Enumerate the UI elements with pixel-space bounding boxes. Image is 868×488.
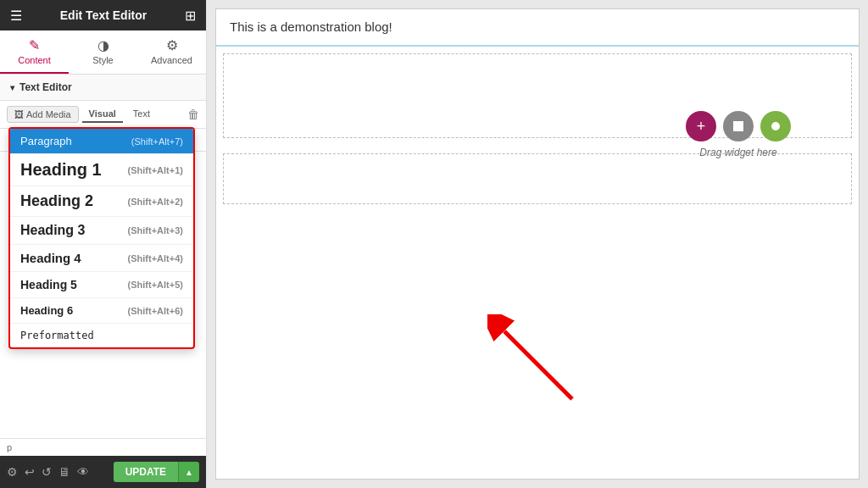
add-widget-icon[interactable]: + <box>686 111 716 141</box>
h4-shortcut: (Shift+Alt+4) <box>128 253 183 263</box>
advanced-icon: ⚙ <box>166 37 178 53</box>
h3-label: Heading 3 <box>20 223 85 238</box>
h5-shortcut: (Shift+Alt+5) <box>128 280 183 290</box>
tab-content[interactable]: ✎ Content <box>0 30 69 74</box>
responsive-icon[interactable]: 🖥 <box>58 465 70 479</box>
add-media-button[interactable]: 🖼 Add Media <box>7 106 79 123</box>
dropdown-item-h3[interactable]: Heading 3 (Shift+Alt+3) <box>10 217 193 245</box>
top-bar: ☰ Edit Text Editor ⊞ <box>0 0 206 30</box>
h6-shortcut: (Shift+Alt+6) <box>128 306 183 316</box>
undo-icon[interactable]: ↩ <box>25 465 35 479</box>
h2-label: Heading 2 <box>20 192 93 210</box>
dropdown-item-h2[interactable]: Heading 2 (Shift+Alt+2) <box>10 186 193 217</box>
redo-icon[interactable]: ↺ <box>42 465 52 479</box>
main-area: This is a demonstration blog! + Drag wid… <box>207 0 868 488</box>
section-widget-icon[interactable] <box>723 111 754 141</box>
svg-rect-0 <box>733 121 743 131</box>
content-icon: ✎ <box>29 37 40 53</box>
h1-label: Heading 1 <box>20 160 102 180</box>
bottom-toolbar: ⚙ ↩ ↺ 🖥 👁 UPDATE ▲ <box>0 456 206 488</box>
section-label: Text Editor <box>19 81 72 93</box>
add-media-icon: 🖼 <box>14 109 24 119</box>
drag-widget-area: + Drag widget here <box>686 111 791 158</box>
text-tab-button[interactable]: Text <box>126 106 157 123</box>
widget-icons-row: + <box>686 111 791 141</box>
h5-label: Heading 5 <box>20 278 77 291</box>
dashed-section-2 <box>223 153 852 204</box>
p-indicator: p <box>0 438 206 456</box>
paragraph-label: Paragraph <box>20 135 72 147</box>
dropdown-item-h5[interactable]: Heading 5 (Shift+Alt+5) <box>10 272 193 298</box>
widget-icon-green[interactable] <box>760 111 791 141</box>
red-arrow <box>487 314 589 411</box>
tabs-row: ✎ Content ◑ Style ⚙ Advanced <box>0 30 206 75</box>
h3-shortcut: (Shift+Alt+3) <box>128 225 183 236</box>
h4-label: Heading 4 <box>20 251 81 265</box>
h2-shortcut: (Shift+Alt+2) <box>128 197 183 207</box>
left-panel: ☰ Edit Text Editor ⊞ ✎ Content ◑ Style ⚙… <box>0 0 207 488</box>
h1-shortcut: (Shift+Alt+1) <box>128 165 183 175</box>
settings-icon[interactable]: ⚙ <box>7 465 18 479</box>
dropdown-item-pre[interactable]: Preformatted <box>10 324 193 347</box>
format-dropdown: Paragraph (Shift+Alt+7) Heading 1 (Shift… <box>8 127 195 349</box>
panel-title: Edit Text Editor <box>60 8 147 22</box>
tab-style[interactable]: ◑ Style <box>69 30 137 74</box>
style-icon: ◑ <box>97 37 109 53</box>
dropdown-item-paragraph[interactable]: Paragraph (Shift+Alt+7) <box>10 129 193 154</box>
pre-label: Preformatted <box>20 330 94 341</box>
update-caret-button[interactable]: ▲ <box>178 462 199 482</box>
editor-toolbar: 🖼 Add Media Visual Text 🗑 <box>0 101 206 129</box>
update-button-group: UPDATE ▲ <box>114 462 199 482</box>
tab-style-label: Style <box>92 55 113 65</box>
tab-content-label: Content <box>18 55 51 65</box>
grid-icon[interactable]: ⊞ <box>185 8 196 24</box>
tab-advanced-label: Advanced <box>151 55 192 65</box>
h6-label: Heading 6 <box>20 304 73 317</box>
dropdown-item-h6[interactable]: Heading 6 (Shift+Alt+6) <box>10 298 193 324</box>
section-header[interactable]: ▾ Text Editor <box>0 75 206 101</box>
dropdown-item-h4[interactable]: Heading 4 (Shift+Alt+4) <box>10 245 193 272</box>
update-button[interactable]: UPDATE <box>114 462 178 482</box>
svg-line-3 <box>504 331 572 399</box>
trash-button[interactable]: 🗑 <box>187 108 199 121</box>
dropdown-item-h1[interactable]: Heading 1 (Shift+Alt+1) <box>10 154 193 186</box>
svg-point-1 <box>771 122 780 130</box>
visual-tab-button[interactable]: Visual <box>82 106 123 123</box>
add-media-label: Add Media <box>26 109 71 119</box>
eye-icon[interactable]: 👁 <box>77 465 89 479</box>
paragraph-shortcut: (Shift+Alt+7) <box>131 136 183 147</box>
section-arrow-icon: ▾ <box>10 83 14 92</box>
canvas-wrapper: This is a demonstration blog! + Drag wid… <box>215 8 860 480</box>
blog-header-text: This is a demonstration blog! <box>230 19 392 34</box>
tab-advanced[interactable]: ⚙ Advanced <box>137 30 206 74</box>
blog-header: This is a demonstration blog! <box>216 9 859 47</box>
hamburger-icon[interactable]: ☰ <box>10 8 22 24</box>
